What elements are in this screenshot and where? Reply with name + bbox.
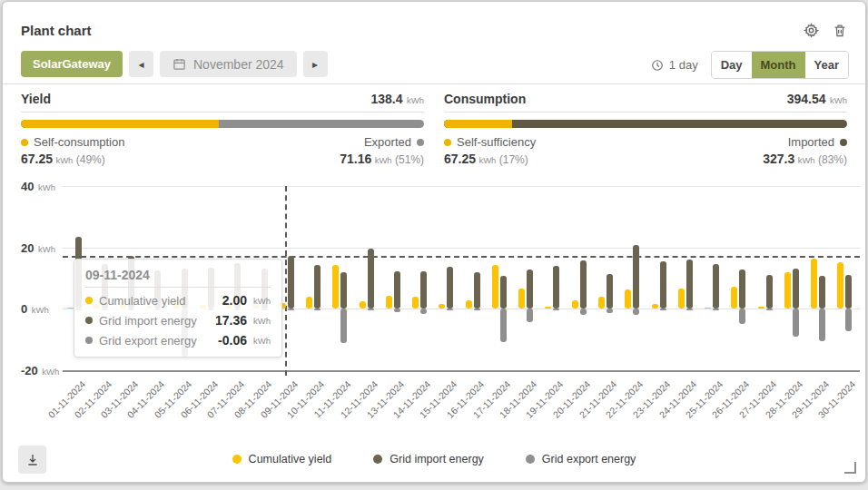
bar-export-11-11-2024[interactable] xyxy=(340,309,347,343)
y-tick-label: 40 kWh xyxy=(21,178,61,194)
date-picker-label: November 2024 xyxy=(193,57,284,72)
tab-day[interactable]: Day xyxy=(712,52,752,78)
tab-month[interactable]: Month xyxy=(752,52,805,78)
bar-export-10-11-2024[interactable] xyxy=(314,309,321,310)
bar-export-28-11-2024[interactable] xyxy=(793,309,799,337)
bar-import-26-11-2024[interactable] xyxy=(739,270,745,309)
interval-indicator: 1 day xyxy=(651,58,698,72)
bar-export-29-11-2024[interactable] xyxy=(819,309,825,341)
bar-export-16-11-2024[interactable] xyxy=(474,309,480,310)
bar-import-30-11-2024[interactable] xyxy=(845,275,852,309)
bar-import-15-11-2024[interactable] xyxy=(447,267,453,309)
crosshair-horizontal xyxy=(63,256,860,258)
bar-export-19-11-2024[interactable] xyxy=(553,309,559,310)
exported-dot-icon xyxy=(417,139,424,146)
gateway-selector-button[interactable]: SolarGateway xyxy=(21,51,123,77)
next-period-button[interactable]: ▸ xyxy=(303,51,328,77)
bar-yield-11-11-2024[interactable] xyxy=(332,265,339,309)
bar-import-12-11-2024[interactable] xyxy=(368,249,374,309)
bar-import-23-11-2024[interactable] xyxy=(660,261,666,309)
bar-export-26-11-2024[interactable] xyxy=(739,309,745,324)
tooltip-row-grid-export: Grid export energy -0.06kWh xyxy=(85,333,271,348)
bar-export-15-11-2024[interactable] xyxy=(447,309,453,310)
tooltip-row-grid-import: Grid import energy 17.36kWh xyxy=(85,313,271,328)
bar-yield-22-11-2024[interactable] xyxy=(625,289,631,309)
bar-export-23-11-2024[interactable] xyxy=(660,309,666,310)
tab-year[interactable]: Year xyxy=(805,52,848,78)
bar-import-20-11-2024[interactable] xyxy=(580,260,587,309)
gridline-40 xyxy=(63,186,860,187)
bar-yield-12-11-2024[interactable] xyxy=(360,301,366,309)
bar-yield-13-11-2024[interactable] xyxy=(386,296,392,309)
bar-import-22-11-2024[interactable] xyxy=(633,245,639,309)
bar-export-09-11-2024[interactable] xyxy=(288,309,294,310)
y-tick-label: 0 kWh xyxy=(21,300,61,317)
bar-yield-20-11-2024[interactable] xyxy=(572,300,578,309)
bar-export-14-11-2024[interactable] xyxy=(420,309,427,314)
bar-yield-27-11-2024[interactable] xyxy=(758,307,764,309)
bar-yield-10-11-2024[interactable] xyxy=(306,297,312,309)
bar-yield-18-11-2024[interactable] xyxy=(518,289,525,309)
bar-yield-21-11-2024[interactable] xyxy=(598,297,605,309)
bar-import-17-11-2024[interactable] xyxy=(500,276,507,309)
legend-cumulative-yield-dot-icon xyxy=(232,455,242,464)
self-consumption-label: Self-consumption xyxy=(21,135,124,149)
bar-import-25-11-2024[interactable] xyxy=(713,264,719,309)
exported-label: Exported xyxy=(364,135,424,149)
crosshair-vertical xyxy=(285,186,287,376)
previous-period-button[interactable]: ◂ xyxy=(129,51,153,77)
bar-yield-17-11-2024[interactable] xyxy=(492,265,498,309)
bar-export-21-11-2024[interactable] xyxy=(607,309,613,313)
bar-export-17-11-2024[interactable] xyxy=(500,309,507,341)
bar-export-18-11-2024[interactable] xyxy=(527,309,533,321)
bar-yield-14-11-2024[interactable] xyxy=(412,297,419,309)
bar-import-24-11-2024[interactable] xyxy=(686,260,693,309)
bar-yield-30-11-2024[interactable] xyxy=(837,262,843,309)
grid-import-dot-icon xyxy=(85,317,93,324)
bar-export-12-11-2024[interactable] xyxy=(368,309,374,310)
grid-export-dot-icon xyxy=(85,337,93,344)
yield-panel: Yield 138.4 kWh Self-consumption Exporte… xyxy=(21,91,424,166)
toolbar-divider xyxy=(3,83,865,84)
bar-export-27-11-2024[interactable] xyxy=(766,309,773,310)
view-switcher: Day Month Year xyxy=(711,51,849,79)
bar-yield-26-11-2024[interactable] xyxy=(731,287,737,309)
yield-progress-bar xyxy=(21,120,424,128)
bar-import-27-11-2024[interactable] xyxy=(766,275,773,309)
bar-import-21-11-2024[interactable] xyxy=(607,274,613,309)
consumption-progress-left xyxy=(444,120,512,128)
bar-export-25-11-2024[interactable] xyxy=(713,309,719,310)
bar-import-28-11-2024[interactable] xyxy=(793,269,799,309)
bar-import-19-11-2024[interactable] xyxy=(553,266,559,309)
bar-import-10-11-2024[interactable] xyxy=(314,265,321,309)
resize-handle[interactable] xyxy=(844,462,856,474)
bar-export-24-11-2024[interactable] xyxy=(686,309,693,310)
bar-export-20-11-2024[interactable] xyxy=(580,309,587,314)
bar-import-14-11-2024[interactable] xyxy=(420,271,427,309)
bar-yield-29-11-2024[interactable] xyxy=(811,259,817,309)
bar-export-13-11-2024[interactable] xyxy=(394,309,400,312)
yield-total: 138.4 kWh xyxy=(371,91,425,107)
bar-yield-16-11-2024[interactable] xyxy=(466,300,472,309)
bar-import-09-11-2024[interactable] xyxy=(288,256,294,309)
bar-import-13-11-2024[interactable] xyxy=(394,271,400,309)
bar-import-11-11-2024[interactable] xyxy=(340,272,347,309)
bar-yield-23-11-2024[interactable] xyxy=(652,304,658,309)
imported-label: Imported xyxy=(788,135,847,149)
legend-item-grid-import[interactable]: Grid import energy xyxy=(373,453,484,466)
yield-progress-left xyxy=(21,120,219,128)
bar-import-29-11-2024[interactable] xyxy=(819,276,825,309)
bar-export-30-11-2024[interactable] xyxy=(845,309,852,331)
bar-import-18-11-2024[interactable] xyxy=(527,270,533,309)
legend-item-cumulative-yield[interactable]: Cumulative yield xyxy=(232,453,332,466)
bar-export-22-11-2024[interactable] xyxy=(633,309,639,315)
bar-yield-24-11-2024[interactable] xyxy=(678,289,685,309)
bar-import-16-11-2024[interactable] xyxy=(474,272,480,309)
imported-value: 327.3 kWh (83%) xyxy=(763,152,847,166)
date-picker-button[interactable]: November 2024 xyxy=(160,51,297,77)
trash-icon[interactable] xyxy=(831,21,849,39)
bar-yield-28-11-2024[interactable] xyxy=(784,272,791,309)
legend-item-grid-export[interactable]: Grid export energy xyxy=(526,453,636,466)
settings-gear-icon[interactable] xyxy=(802,21,820,39)
consumption-total: 394.54 kWh xyxy=(787,91,847,107)
